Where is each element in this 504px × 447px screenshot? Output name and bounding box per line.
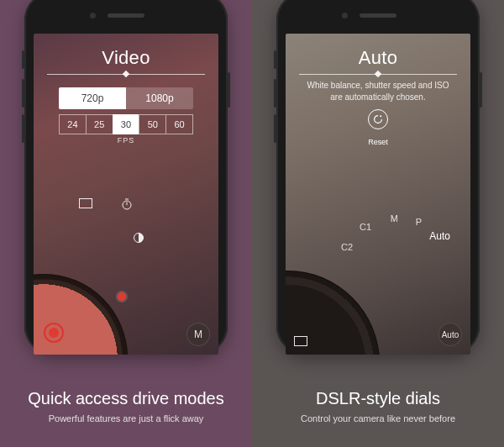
record-button[interactable] bbox=[44, 323, 64, 343]
caption-left-sub: Powerful features are just a flick away bbox=[0, 413, 252, 423]
side-button bbox=[480, 72, 482, 108]
fps-segmented[interactable]: 24 25 30 50 60 bbox=[59, 114, 193, 134]
fps-option-24[interactable]: 24 bbox=[59, 114, 86, 134]
phone-mock-right: Auto White balance, shutter speed and IS… bbox=[276, 0, 480, 355]
record-indicator bbox=[118, 292, 126, 301]
side-button bbox=[228, 72, 230, 108]
phone-body: Auto White balance, shutter speed and IS… bbox=[276, 0, 480, 355]
phone-mock-left: Video 720p 1080p 24 25 30 50 60 FPS bbox=[24, 0, 228, 355]
dial-label-c1[interactable]: C1 bbox=[360, 222, 371, 232]
side-button bbox=[274, 79, 276, 108]
dial-label-c2[interactable]: C2 bbox=[341, 242, 353, 252]
auto-title: Auto bbox=[286, 47, 470, 69]
fps-label: FPS bbox=[59, 136, 193, 145]
header-rule bbox=[299, 74, 457, 75]
phone-speaker bbox=[108, 13, 144, 18]
video-header: Video bbox=[34, 47, 218, 75]
phone-speaker bbox=[360, 13, 396, 18]
reset-button[interactable]: Reset bbox=[368, 109, 388, 148]
caption-right-title: DSLR-style dials bbox=[252, 389, 504, 408]
reset-icon bbox=[368, 109, 388, 129]
fps-option-50[interactable]: 50 bbox=[139, 114, 165, 134]
phone-camera bbox=[90, 13, 96, 18]
panel-dslr-dials: Auto White balance, shutter speed and IS… bbox=[252, 0, 504, 447]
fps-option-25[interactable]: 25 bbox=[86, 114, 113, 134]
mode-button[interactable]: M bbox=[186, 323, 210, 346]
resolution-option-720p[interactable]: 720p bbox=[59, 87, 126, 109]
svg-rect-0 bbox=[80, 199, 92, 208]
drive-mode-dial[interactable] bbox=[34, 274, 128, 355]
caption-right: DSLR-style dials Control your camera lik… bbox=[252, 389, 504, 423]
video-title: Video bbox=[34, 47, 218, 69]
side-button bbox=[22, 50, 24, 69]
caption-left: Quick access drive modes Powerful featur… bbox=[0, 389, 252, 423]
reset-label: Reset bbox=[368, 138, 388, 146]
auto-subtitle: White balance, shutter speed and ISO are… bbox=[286, 80, 470, 103]
timer-icon[interactable] bbox=[121, 198, 133, 210]
aspect-ratio-icon[interactable] bbox=[79, 198, 92, 208]
resolution-segmented[interactable]: 720p 1080p bbox=[59, 87, 193, 109]
phone-body: Video 720p 1080p 24 25 30 50 60 FPS bbox=[24, 0, 228, 355]
caption-right-sub: Control your camera like never before bbox=[252, 413, 504, 423]
resolution-option-1080p[interactable]: 1080p bbox=[126, 87, 193, 109]
side-button bbox=[274, 50, 276, 69]
phone-camera bbox=[342, 13, 348, 18]
screen-left: Video 720p 1080p 24 25 30 50 60 FPS bbox=[34, 34, 218, 355]
auto-header: Auto White balance, shutter speed and IS… bbox=[286, 47, 470, 103]
mode-button[interactable]: Auto bbox=[438, 323, 462, 346]
side-button bbox=[22, 114, 24, 143]
panel-drive-modes: Video 720p 1080p 24 25 30 50 60 FPS bbox=[0, 0, 252, 447]
gallery-icon[interactable] bbox=[294, 336, 307, 346]
svg-rect-5 bbox=[295, 337, 307, 346]
promo-stage: Video 720p 1080p 24 25 30 50 60 FPS bbox=[0, 0, 504, 447]
fps-option-30[interactable]: 30 bbox=[113, 114, 139, 134]
screen-right: Auto White balance, shutter speed and IS… bbox=[286, 34, 470, 355]
exposure-icon[interactable] bbox=[133, 232, 144, 244]
dial-label-m[interactable]: M bbox=[391, 213, 398, 224]
side-button bbox=[22, 79, 24, 108]
side-button bbox=[274, 114, 276, 143]
header-rule bbox=[47, 74, 205, 75]
caption-left-title: Quick access drive modes bbox=[0, 389, 252, 408]
dial-label-p[interactable]: P bbox=[416, 217, 422, 227]
fps-option-60[interactable]: 60 bbox=[165, 114, 193, 134]
dial-label-auto[interactable]: Auto bbox=[429, 230, 450, 242]
